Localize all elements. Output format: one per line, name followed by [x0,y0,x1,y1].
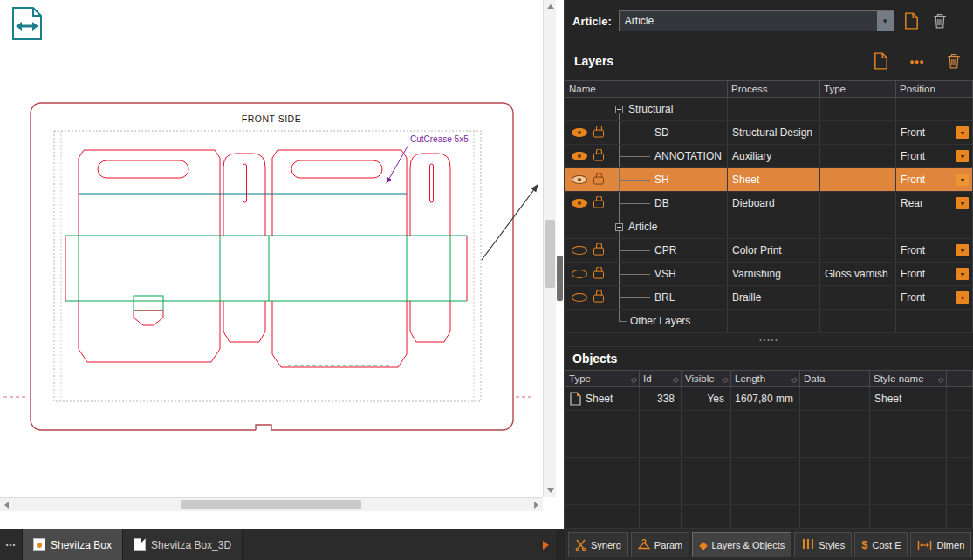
layer-row-selected[interactable]: SH Sheet Front [565,168,973,192]
column-header-data[interactable]: Data [800,371,870,386]
canvas-vertical-scrollbar[interactable] [543,0,556,497]
canvas-horizontal-scrollbar[interactable] [0,497,543,511]
splitter-bottom [556,529,565,560]
column-header-id[interactable]: Id [640,371,682,386]
parameters-icon [638,539,650,550]
column-header-type[interactable]: Type [565,371,640,386]
lock-icon[interactable] [593,177,604,185]
document-tab-shevitza-box-3d[interactable]: Shevitza Box_3D [123,529,243,560]
lock-icon[interactable] [593,154,604,161]
object-type: Sheet [586,393,613,405]
tab-overflow-button[interactable] [0,529,23,560]
position-dropdown-icon[interactable] [956,150,969,162]
lock-icon[interactable] [593,295,604,303]
document-tab-label: Shevitza Box_3D [151,539,231,551]
layer-row[interactable]: SD Structural Design Front [565,121,973,145]
horizontal-scroll-thumb[interactable] [181,500,361,509]
vertical-scroll-thumb[interactable] [545,220,555,288]
visibility-eye-icon[interactable] [572,128,587,137]
tab-dimensions[interactable]: Dimen [910,532,971,557]
objects-header: Objects [565,347,973,370]
lock-icon[interactable] [593,130,604,138]
lock-icon[interactable] [593,201,604,208]
layer-row[interactable]: CPR Color Print Front [565,239,973,263]
visibility-eye-icon[interactable] [572,175,587,184]
article-bar: Article: Article [565,0,973,42]
other-layers-row[interactable]: Other Layers [565,310,973,333]
object-style-name: Sheet [874,393,901,405]
drawing-canvas[interactable]: FRONT SIDE [0,0,543,497]
expand-tabs-arrow[interactable] [543,541,549,550]
sort-icon[interactable] [631,373,636,384]
tree-line [619,133,650,133]
empty-row [565,481,973,505]
position-dropdown-icon[interactable] [956,126,969,139]
delete-article-button[interactable] [929,10,950,32]
layer-options-icon[interactable] [907,50,928,72]
scroll-right-icon[interactable] [534,502,538,509]
document-tab-shevitza-box[interactable]: Shevitza Box [23,529,123,560]
tab-styles[interactable]: Styles [794,532,852,557]
layer-row[interactable]: BRL Braille Front [565,286,973,310]
sort-icon[interactable] [791,373,797,384]
visibility-eye-icon[interactable] [572,246,587,255]
column-header-visible[interactable]: Visible [682,371,731,386]
tab-synergy[interactable]: Synerg [568,532,628,557]
visibility-eye-icon[interactable] [572,199,587,208]
article-dropdown[interactable]: Article [619,10,894,31]
group-name: Article [628,221,657,233]
object-row[interactable]: Sheet 338 Yes 1607,80 mm Sheet [565,387,973,411]
dimensions-icon [917,540,932,550]
visibility-eye-icon[interactable] [572,270,587,278]
layer-name: DB [654,197,669,209]
collapse-toggle-icon[interactable] [615,106,623,113]
lock-icon[interactable] [593,271,604,279]
layer-group-row[interactable]: Article [565,215,973,239]
empty-row [565,434,973,458]
tree-line [619,274,650,275]
column-header-style-name[interactable]: Style name [870,371,947,386]
collapse-toggle-icon[interactable] [615,223,623,231]
tab-layers-objects[interactable]: Layers & Objects [692,532,791,557]
tab-cost-estimation[interactable]: Cost E [854,532,908,557]
position-dropdown-icon[interactable] [956,268,969,280]
sort-icon[interactable] [723,373,728,384]
splitter-grip[interactable] [557,256,563,301]
layer-row[interactable]: ANNOTATION Auxiliary Front [565,145,973,168]
position-dropdown-icon[interactable] [956,244,969,256]
drawing-file-icon [33,538,45,551]
objects-title: Objects [572,352,617,365]
layer-row[interactable]: DB Dieboard Rear [565,192,973,215]
card-outline [31,103,513,433]
visibility-eye-icon[interactable] [572,152,587,160]
layers-objects-splitter[interactable] [565,333,973,347]
layer-row[interactable]: VSH Varnishing Gloss varnish Front [565,263,973,286]
resize-tool-icon[interactable] [10,5,44,42]
object-visible: Yes [707,393,724,405]
position-dropdown-icon[interactable] [956,197,969,209]
sheet-file-icon [570,392,581,406]
scroll-up-icon[interactable] [547,4,554,9]
position-dropdown-icon[interactable] [956,174,969,186]
lock-icon[interactable] [593,248,604,256]
visibility-eye-icon[interactable] [572,293,587,302]
sort-icon[interactable] [673,373,678,384]
layers-title: Layers [574,54,613,68]
new-article-button[interactable] [901,10,922,32]
layer-position: Front [896,244,925,256]
sort-icon[interactable] [938,373,943,384]
article-dropdown-value: Article [620,15,877,27]
column-header-position: Position [896,81,973,97]
layers-table-header: Name Process Type Position [565,80,973,98]
column-header-length[interactable]: Length [731,371,800,386]
panel-splitter[interactable] [556,0,565,529]
scroll-down-icon[interactable] [547,488,554,493]
layer-group-row[interactable]: Structural [565,98,973,121]
position-dropdown-icon[interactable] [956,291,969,304]
scroll-left-icon[interactable] [4,502,9,509]
delete-layer-button[interactable] [943,50,964,72]
new-layer-button[interactable] [870,50,891,72]
layer-name: VSH [654,268,676,280]
chevron-down-icon[interactable] [877,11,894,31]
tab-parameters[interactable]: Param [631,532,689,557]
